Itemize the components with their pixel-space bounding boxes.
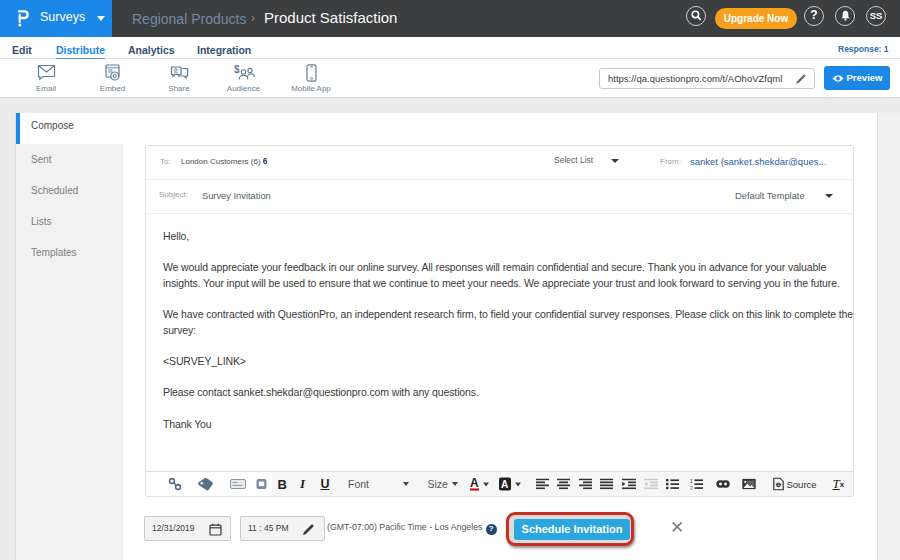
svg-text:$: $ bbox=[234, 64, 240, 75]
svg-text:2: 2 bbox=[690, 485, 693, 490]
svg-text:1: 1 bbox=[690, 479, 693, 485]
